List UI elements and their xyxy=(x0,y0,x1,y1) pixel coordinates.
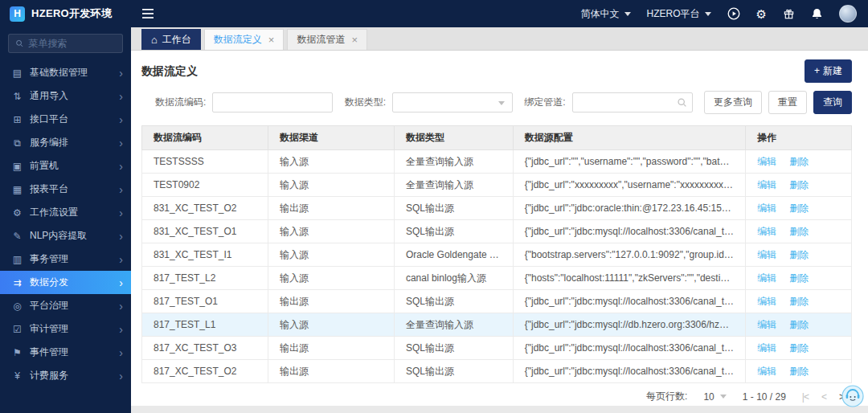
sidebar-item-transaction-management[interactable]: ▥ 事务管理 › xyxy=(0,247,131,271)
chevron-right-icon: › xyxy=(119,184,123,195)
tab-dataflow-pipeline[interactable]: 数据流管道 × xyxy=(287,29,367,50)
delete-link[interactable]: 删除 xyxy=(789,296,809,307)
delete-link[interactable]: 删除 xyxy=(789,342,809,354)
cell-actions: 编辑删除 xyxy=(746,220,852,243)
menu-search-input[interactable] xyxy=(28,38,116,49)
pagination: 每页行数: 10 1 - 10 / 29 |< < > xyxy=(131,383,868,406)
edit-link[interactable]: 编辑 xyxy=(757,202,776,214)
collapse-menu-icon[interactable] xyxy=(142,9,154,18)
gear-icon[interactable]: ⚙ xyxy=(756,8,767,20)
sidebar-item-label: 前置机 xyxy=(30,159,113,173)
sidebar-item-billing-service[interactable]: ¥ 计费服务 › xyxy=(0,364,131,387)
workflow-icon: ⚙ xyxy=(11,207,23,219)
cell-code: 817_TEST_O1 xyxy=(142,290,268,313)
delete-link[interactable]: 删除 xyxy=(789,366,809,377)
edit-link[interactable]: 编辑 xyxy=(757,272,776,284)
chevron-down-icon xyxy=(498,101,505,105)
edit-link[interactable]: 编辑 xyxy=(757,366,776,377)
first-page-icon[interactable]: |< xyxy=(802,391,809,403)
sidebar-item-interface-platform[interactable]: ⊞ 接口平台 › xyxy=(0,108,131,131)
edit-link[interactable]: 编辑 xyxy=(757,342,776,354)
table-row[interactable]: 817_XC_TEST_O2 输出源 SQL输出源 {"jdbc_url":"j… xyxy=(142,360,852,383)
sidebar-item-label: 接口平台 xyxy=(30,112,113,126)
table-row[interactable]: 817_XC_TEST_O3 输出源 SQL输出源 {"jdbc_url":"j… xyxy=(142,337,852,360)
reset-button[interactable]: 重置 xyxy=(768,91,807,114)
tab-workbench[interactable]: ⌂ 工作台 xyxy=(141,29,201,50)
delete-link[interactable]: 删除 xyxy=(789,249,809,260)
sidebar-item-basic-data-management[interactable]: ▤ 基础数据管理 › xyxy=(0,61,131,84)
prev-page-icon[interactable]: < xyxy=(821,391,826,403)
type-filter-select[interactable] xyxy=(392,92,513,112)
avatar[interactable] xyxy=(839,5,857,22)
sidebar-item-front-processor[interactable]: ▣ 前置机 › xyxy=(0,154,131,178)
sidebar-item-event-management[interactable]: ⚑ 事件管理 › xyxy=(0,341,131,364)
rows-per-page-select[interactable]: 10 xyxy=(703,391,726,403)
app-logo[interactable]: H HZERO开发环境 xyxy=(0,6,131,22)
tab-dataflow-definition[interactable]: 数据流定义 × xyxy=(204,29,285,50)
rows-per-page-value: 10 xyxy=(703,391,714,403)
edit-link[interactable]: 编辑 xyxy=(757,319,776,330)
tab-bar: ⌂ 工作台 数据流定义 × 数据流管道 × xyxy=(131,27,868,51)
table-row[interactable]: 817_TEST_O1 输出源 SQL输出源 {"jdbc_url":"jdbc… xyxy=(142,290,852,313)
sidebar-item-audit-management[interactable]: ☑ 审计管理 › xyxy=(0,317,131,341)
menu-search xyxy=(8,34,123,53)
edit-link[interactable]: 编辑 xyxy=(757,156,776,167)
edit-link[interactable]: 编辑 xyxy=(757,226,776,237)
table-container: 数据流编码 数据渠道 数据类型 数据源配置 操作 TESTSSSS 输入源 xyxy=(131,124,868,383)
cell-code: 817_XC_TEST_O3 xyxy=(142,337,268,360)
code-filter-input[interactable] xyxy=(212,92,333,112)
cell-channel: 输入源 xyxy=(268,243,394,267)
sidebar-item-label: 通用导入 xyxy=(30,89,113,103)
sidebar-item-data-distribution[interactable]: ⇉ 数据分发 › xyxy=(0,271,131,294)
close-icon[interactable]: × xyxy=(268,35,275,45)
tenant-select[interactable]: HZERO平台 xyxy=(647,7,711,21)
dataflow-table: 数据流编码 数据渠道 数据类型 数据源配置 操作 TESTSSSS 输入源 xyxy=(141,125,852,383)
delete-link[interactable]: 删除 xyxy=(789,202,809,214)
table-row[interactable]: 831_XC_TEST_O1 输入源 SQL输出源 {"jdbc_url":"j… xyxy=(142,220,852,243)
table-row[interactable]: TESTSSSS 输入源 全量查询输入源 {"jdbc_url":"","use… xyxy=(142,150,852,174)
edit-link[interactable]: 编辑 xyxy=(757,249,776,260)
table-row[interactable]: 831_XC_TEST_O2 输出源 SQL输出源 {"jdbc_url":"j… xyxy=(142,197,852,220)
sidebar-item-general-import[interactable]: ⇅ 通用导入 › xyxy=(0,84,131,108)
topbar-right: 简体中文 HZERO平台 ⚙ xyxy=(581,5,868,22)
table-row[interactable]: 817_TEST_L2 输入源 canal binlog输入源 {"hosts"… xyxy=(142,267,852,290)
table-row[interactable]: TEST0902 输入源 全量查询输入源 {"jdbc_url":"xxxxxx… xyxy=(142,174,852,197)
topbar: H HZERO开发环境 简体中文 HZERO平台 ⚙ xyxy=(0,0,868,27)
guide-play-circle-icon[interactable] xyxy=(727,7,740,20)
pipeline-filter-input[interactable] xyxy=(572,92,693,112)
more-query-button[interactable]: 更多查询 xyxy=(704,91,762,114)
delete-link[interactable]: 删除 xyxy=(789,319,809,330)
table-row-highlighted[interactable]: 817_TEST_L1 输入源 全量查询输入源 {"jdbc_url":"jdb… xyxy=(142,313,852,337)
table-header-row: 数据流编码 数据渠道 数据类型 数据源配置 操作 xyxy=(142,126,852,150)
edit-link[interactable]: 编辑 xyxy=(757,296,776,307)
cell-config: {"jdbc_url":"jdbc:mysql://localhost:3306… xyxy=(513,337,746,360)
sidebar-item-nlp-extraction[interactable]: ✎ NLP内容提取 › xyxy=(0,224,131,247)
bell-icon[interactable] xyxy=(811,7,823,20)
cell-channel: 输入源 xyxy=(268,220,394,243)
delete-link[interactable]: 删除 xyxy=(789,156,809,167)
delete-link[interactable]: 删除 xyxy=(789,179,809,190)
language-label: 简体中文 xyxy=(581,7,620,21)
sidebar-item-platform-governance[interactable]: ◎ 平台治理 › xyxy=(0,294,131,317)
edit-link[interactable]: 编辑 xyxy=(757,179,776,190)
language-select[interactable]: 简体中文 xyxy=(581,7,631,21)
column-header-config: 数据源配置 xyxy=(513,126,746,150)
cell-type: 全量查询输入源 xyxy=(394,313,513,337)
sidebar-item-report-platform[interactable]: ▦ 报表平台 › xyxy=(0,178,131,201)
delete-link[interactable]: 删除 xyxy=(789,272,809,284)
close-icon[interactable]: × xyxy=(351,35,358,45)
sidebar-item-service-orchestration[interactable]: ⧉ 服务编排 › xyxy=(0,131,131,154)
cell-actions: 编辑删除 xyxy=(746,360,852,383)
customer-service-icon[interactable] xyxy=(841,385,864,407)
sidebar-item-label: 基础数据管理 xyxy=(30,66,113,80)
sidebar-item-workflow-settings[interactable]: ⚙ 工作流设置 › xyxy=(0,201,131,224)
page-range: 1 - 10 / 29 xyxy=(743,391,786,403)
rows-per-page-label: 每页行数: xyxy=(646,390,687,403)
cell-code: 817_XC_TEST_O2 xyxy=(142,360,268,383)
delete-link[interactable]: 删除 xyxy=(789,226,809,237)
new-button[interactable]: +新建 xyxy=(805,59,852,83)
table-row[interactable]: 831_XC_TEST_I1 输入源 Oracle Goldengate To … xyxy=(142,243,852,267)
sidebar-item-label: 计费服务 xyxy=(30,369,113,382)
market-icon[interactable] xyxy=(783,8,795,20)
search-button[interactable]: 查询 xyxy=(813,91,852,114)
